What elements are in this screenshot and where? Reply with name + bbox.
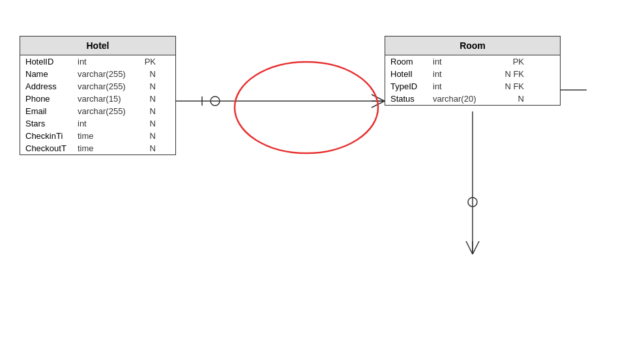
table-row: CheckoutT time N [20,142,175,154]
col-name: Status [390,94,433,104]
col-name: HotelID [25,57,78,66]
col-type: int [433,81,491,91]
col-name: Phone [25,94,78,104]
col-constraint: N [136,106,156,116]
svg-line-4 [372,95,385,101]
table-row: Stars int N [20,117,175,130]
col-constraint: N [136,94,156,104]
col-name: CheckoutT [25,143,78,153]
col-constraint: N [136,143,156,153]
diagram-container: Hotel HotelID int PK Name varchar(255) N… [0,0,644,352]
col-type: varchar(255) [78,81,136,91]
table-row: CheckinTi time N [20,130,175,142]
col-constraint: N [136,119,156,128]
col-name: Address [25,81,78,91]
table-row: Name varchar(255) N [20,68,175,80]
room-table-header: Room [385,37,560,55]
room-table-body: Room int PK HotelI int N FK TypeID int N… [385,55,560,105]
svg-line-10 [473,241,479,254]
svg-line-5 [372,101,385,108]
col-name: Email [25,106,78,116]
col-type: varchar(20) [433,94,491,104]
table-row: Phone varchar(15) N [20,93,175,105]
col-constraint: PK [491,57,524,66]
col-constraint: N [136,69,156,79]
room-table: Room Room int PK HotelI int N FK TypeID … [385,36,561,106]
table-row: TypeID int N FK [385,80,560,93]
table-row: HotelI int N FK [385,68,560,80]
col-name: TypeID [390,81,433,91]
col-type: int [433,57,491,66]
col-type: varchar(255) [78,69,136,79]
col-constraint: N FK [491,69,524,79]
col-constraint: N [136,81,156,91]
hotel-table-body: HotelID int PK Name varchar(255) N Addre… [20,55,175,154]
col-name: Room [390,57,433,66]
table-row: Address varchar(255) N [20,80,175,93]
hotel-table: Hotel HotelID int PK Name varchar(255) N… [20,36,176,155]
svg-point-2 [211,96,220,106]
svg-line-9 [466,241,473,254]
col-type: int [78,57,136,66]
col-type: time [78,131,136,141]
col-name: CheckinTi [25,131,78,141]
table-row: Room int PK [385,55,560,68]
svg-point-13 [235,62,378,153]
col-name: HotelI [390,69,433,79]
col-name: Name [25,69,78,79]
col-type: int [78,119,136,128]
table-row: HotelID int PK [20,55,175,68]
col-constraint: PK [136,57,156,66]
table-row: Email varchar(255) N [20,105,175,117]
table-row: Status varchar(20) N [385,93,560,105]
hotel-table-header: Hotel [20,37,175,55]
col-type: time [78,143,136,153]
col-type: int [433,69,491,79]
col-name: Stars [25,119,78,128]
col-type: varchar(15) [78,94,136,104]
col-constraint: N [491,94,524,104]
col-constraint: N [136,131,156,141]
svg-point-8 [468,198,477,207]
col-constraint: N FK [491,81,524,91]
col-type: varchar(255) [78,106,136,116]
